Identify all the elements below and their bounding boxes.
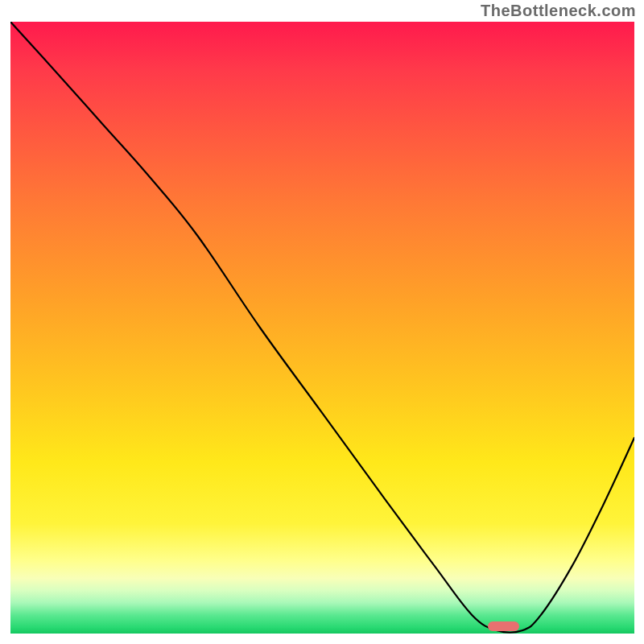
plot-area xyxy=(10,22,634,634)
bottleneck-curve xyxy=(10,22,634,634)
watermark-text: TheBottleneck.com xyxy=(481,2,636,20)
optimal-marker xyxy=(488,621,519,630)
